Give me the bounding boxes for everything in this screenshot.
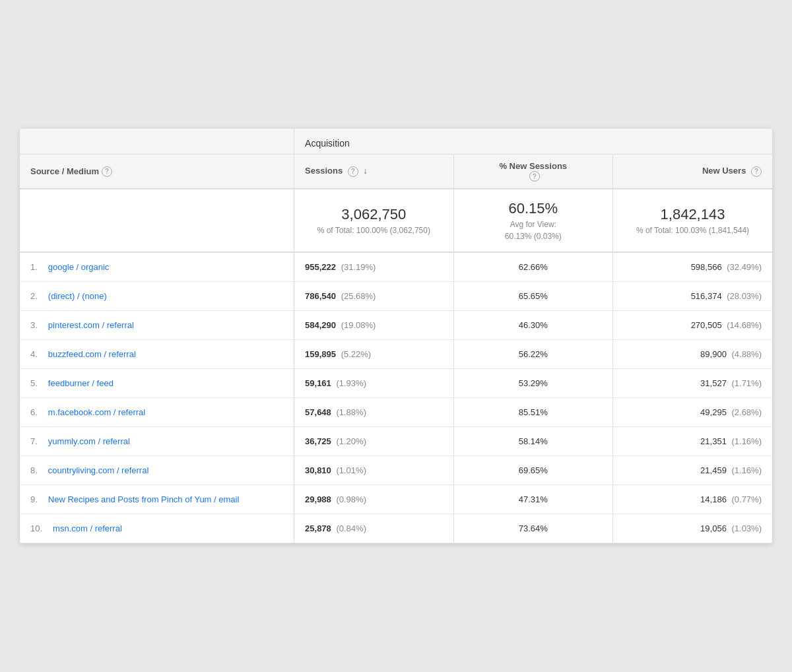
pct-new-sessions-cell: 65.65% (453, 282, 612, 311)
new-users-value: 19,056 (700, 523, 727, 533)
new-users-percent: (1.16%) (729, 465, 762, 475)
new-users-cell: 21,459 (1.16%) (613, 456, 773, 485)
table-row: 4.buzzfeed.com / referral159,895 (5.22%)… (20, 340, 772, 369)
totals-row: 3,062,750 % of Total: 100.00% (3,062,750… (20, 189, 772, 252)
new-users-value: 21,351 (700, 436, 727, 446)
row-number: 8. (30, 465, 43, 475)
new-users-percent: (1.71%) (729, 378, 762, 388)
pct-new-sessions-cell: 53.29% (453, 369, 612, 398)
new-users-col-header: New Users ? (613, 154, 773, 189)
new-users-percent: (0.77%) (729, 494, 762, 504)
sessions-cell: 25,878 (0.84%) (294, 514, 453, 543)
sessions-value: 57,648 (305, 407, 331, 417)
totals-pct-sub1: Avg for View: (465, 220, 602, 229)
table-row: 7.yummly.com / referral36,725 (1.20%)58.… (20, 427, 772, 456)
source-medium-header-spacer (20, 129, 294, 154)
acquisition-header-row: Acquisition (20, 129, 772, 154)
new-users-percent: (1.16%) (729, 436, 762, 446)
source-medium-link[interactable]: m.facebook.com / referral (48, 407, 145, 417)
new-users-cell: 21,351 (1.16%) (613, 427, 773, 456)
source-medium-link[interactable]: (direct) / (none) (48, 291, 107, 301)
totals-sessions-cell: 3,062,750 % of Total: 100.00% (3,062,750… (294, 189, 453, 252)
source-medium-cell: 7.yummly.com / referral (20, 427, 294, 456)
new-users-value: 31,527 (700, 378, 727, 388)
totals-new-users-sub: % of Total: 100.03% (1,841,544) (624, 226, 762, 235)
new-users-value: 14,186 (700, 494, 727, 504)
table-row: 9.New Recipes and Posts from Pinch of Yu… (20, 485, 772, 514)
table-row: 3.pinterest.com / referral584,290 (19.08… (20, 311, 772, 340)
totals-pct-main: 60.15% (465, 200, 602, 217)
sessions-value: 30,810 (305, 465, 331, 475)
new-users-percent: (32.49%) (725, 262, 762, 272)
source-medium-cell: 5.feedburner / feed (20, 369, 294, 398)
source-medium-link[interactable]: New Recipes and Posts from Pinch of Yum … (48, 494, 240, 504)
source-medium-cell: 4.buzzfeed.com / referral (20, 340, 294, 369)
totals-sessions-sub: % of Total: 100.00% (3,062,750) (305, 226, 442, 235)
sessions-value: 36,725 (305, 436, 331, 446)
totals-source-cell (20, 189, 294, 252)
sessions-cell: 59,161 (1.93%) (294, 369, 453, 398)
pct-sessions-col-header: % New Sessions ? (453, 154, 612, 189)
sessions-percent: (0.84%) (334, 523, 366, 533)
pct-new-sessions-cell: 47.31% (453, 485, 612, 514)
source-medium-link[interactable]: feedburner / feed (48, 378, 114, 388)
new-users-cell: 89,900 (4.88%) (613, 340, 773, 369)
sessions-help-icon[interactable]: ? (348, 166, 358, 177)
new-users-value: 516,374 (691, 291, 722, 301)
table-row: 5.feedburner / feed59,161 (1.93%)53.29%3… (20, 369, 772, 398)
source-medium-link[interactable]: yummly.com / referral (48, 436, 130, 446)
row-number: 5. (30, 378, 43, 388)
new-users-value: 598,566 (691, 262, 722, 272)
sessions-value: 584,290 (305, 320, 336, 330)
row-number: 2. (30, 291, 43, 301)
acquisition-label-cell: Acquisition (294, 129, 772, 154)
source-medium-link[interactable]: countryliving.com / referral (48, 465, 148, 475)
sessions-cell: 786,540 (25.68%) (294, 282, 453, 311)
sessions-col-header[interactable]: Sessions ? ↓ (294, 154, 453, 189)
sessions-cell: 159,895 (5.22%) (294, 340, 453, 369)
sessions-label: Sessions (305, 166, 343, 176)
row-number: 10. (30, 523, 48, 533)
sessions-value: 59,161 (305, 378, 331, 388)
totals-sessions-main: 3,062,750 (305, 206, 442, 223)
source-medium-col-header: Source / Medium ? (20, 154, 294, 189)
sessions-percent: (1.20%) (334, 436, 366, 446)
source-medium-cell: 2.(direct) / (none) (20, 282, 294, 311)
sessions-cell: 584,290 (19.08%) (294, 311, 453, 340)
table-row: 2.(direct) / (none)786,540 (25.68%)65.65… (20, 282, 772, 311)
sessions-sort-arrow: ↓ (363, 166, 367, 176)
new-users-percent: (2.68%) (729, 407, 762, 417)
sessions-value: 786,540 (305, 291, 336, 301)
column-headers-row: Source / Medium ? Sessions ? ↓ % New Ses… (20, 154, 772, 189)
source-medium-link[interactable]: msn.com / referral (53, 523, 122, 533)
source-medium-cell: 9.New Recipes and Posts from Pinch of Yu… (20, 485, 294, 514)
sessions-percent: (25.68%) (339, 291, 376, 301)
new-users-value: 21,459 (700, 465, 727, 475)
sessions-value: 25,878 (305, 523, 331, 533)
table-row: 8.countryliving.com / referral30,810 (1.… (20, 456, 772, 485)
source-medium-link[interactable]: google / organic (48, 262, 110, 272)
source-medium-cell: 8.countryliving.com / referral (20, 456, 294, 485)
table-row: 1.google / organic955,222 (31.19%)62.66%… (20, 252, 772, 282)
new-users-value: 89,900 (700, 349, 727, 359)
new-users-percent: (1.03%) (729, 523, 762, 533)
sessions-value: 29,988 (305, 494, 331, 504)
sessions-cell: 955,222 (31.19%) (294, 252, 453, 282)
source-medium-link[interactable]: pinterest.com / referral (48, 320, 134, 330)
new-users-value: 49,295 (700, 407, 727, 417)
sessions-percent: (1.01%) (334, 465, 366, 475)
new-users-cell: 31,527 (1.71%) (613, 369, 773, 398)
pct-sessions-help-icon[interactable]: ? (529, 171, 540, 182)
source-medium-cell: 10.msn.com / referral (20, 514, 294, 543)
pct-new-sessions-cell: 69.65% (453, 456, 612, 485)
pct-new-sessions-cell: 73.64% (453, 514, 612, 543)
new-users-help-icon[interactable]: ? (751, 166, 762, 177)
pct-new-sessions-cell: 62.66% (453, 252, 612, 282)
pct-new-sessions-cell: 85.51% (453, 398, 612, 427)
source-medium-link[interactable]: buzzfeed.com / referral (48, 349, 136, 359)
totals-pct-cell: 60.15% Avg for View: 60.13% (0.03%) (453, 189, 612, 252)
new-users-cell: 49,295 (2.68%) (613, 398, 773, 427)
source-medium-help-icon[interactable]: ? (102, 166, 112, 177)
row-number: 6. (30, 407, 43, 417)
new-users-percent: (28.03%) (725, 291, 762, 301)
